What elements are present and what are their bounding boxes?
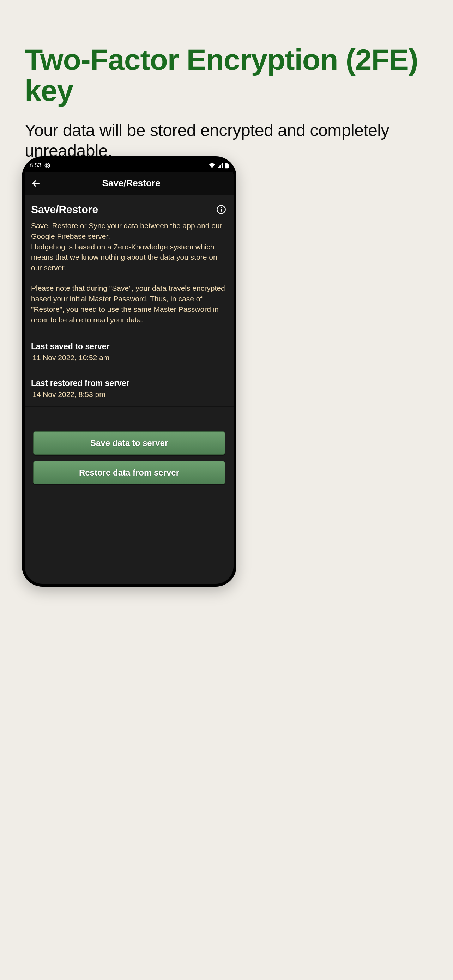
promo-subtitle: Your data will be stored encrypted and c… xyxy=(0,106,453,161)
svg-point-0 xyxy=(45,163,50,168)
promo-title: Two-Factor Encryption (2FE) key xyxy=(0,0,453,106)
battery-icon xyxy=(225,162,229,169)
phone-frame: 8:53 xyxy=(22,156,236,587)
svg-point-1 xyxy=(46,164,48,167)
content-area: Save/Restore Save, Restore or Sync your … xyxy=(25,195,234,484)
action-buttons: Save data to server Restore data from se… xyxy=(25,407,234,484)
svg-point-7 xyxy=(221,207,222,208)
description-paragraph-1: Save, Restore or Sync your data between … xyxy=(25,221,234,273)
last-saved-value: 11 Nov 2022, 10:52 am xyxy=(31,353,227,362)
svg-rect-3 xyxy=(226,162,228,164)
app-bar-title: Save/Restore xyxy=(33,178,229,189)
phone-screen: 8:53 xyxy=(25,159,234,584)
dnd-icon xyxy=(44,162,51,169)
description-paragraph-2: Please note that during "Save", your dat… xyxy=(25,283,234,325)
wifi-icon xyxy=(209,162,215,168)
status-time: 8:53 xyxy=(30,162,41,169)
app-bar: Save/Restore xyxy=(25,172,234,195)
last-saved-row[interactable]: Last saved to server 11 Nov 2022, 10:52 … xyxy=(25,333,234,370)
section-title: Save/Restore xyxy=(31,204,98,216)
info-button[interactable] xyxy=(215,204,227,216)
last-restored-label: Last restored from server xyxy=(31,379,227,388)
last-restored-value: 14 Nov 2022, 8:53 pm xyxy=(31,390,227,399)
last-restored-row[interactable]: Last restored from server 14 Nov 2022, 8… xyxy=(25,370,234,407)
svg-rect-2 xyxy=(225,163,229,168)
info-icon xyxy=(216,205,226,215)
save-button[interactable]: Save data to server xyxy=(33,431,225,455)
last-saved-label: Last saved to server xyxy=(31,342,227,352)
status-bar: 8:53 xyxy=(25,159,234,172)
restore-button[interactable]: Restore data from server xyxy=(33,461,225,484)
cell-signal-icon xyxy=(217,162,223,168)
